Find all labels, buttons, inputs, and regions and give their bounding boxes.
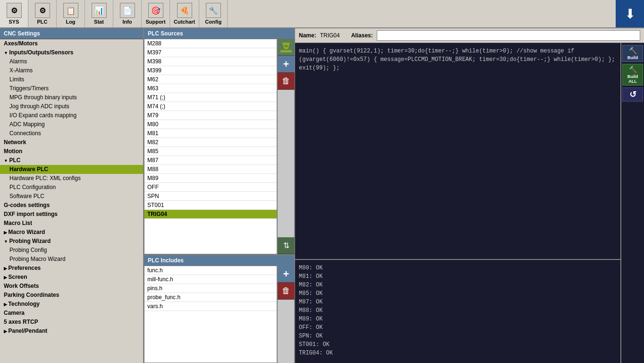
sidebar-item-triggers-timers[interactable]: Triggers/Timers bbox=[0, 84, 143, 93]
cutchart-icon: 🍕 bbox=[177, 3, 192, 18]
config-icon: 🔧 bbox=[206, 3, 221, 18]
sidebar-item-work-offsets[interactable]: Work Offsets bbox=[0, 282, 143, 291]
sidebar-item-adc-mapping[interactable]: ADC Mapping bbox=[0, 120, 143, 129]
plc-source-item[interactable]: M399 bbox=[144, 66, 277, 75]
sidebar-item-software-plc[interactable]: Software PLC bbox=[0, 192, 143, 201]
sidebar-item-inputs-outputs[interactable]: Inputs/Outputs/Sensors bbox=[0, 48, 143, 57]
sidebar-item-axes-motors[interactable]: Axes/Motors bbox=[0, 39, 143, 48]
sidebar-item-parking[interactable]: Parking Coordinates bbox=[0, 291, 143, 300]
info-icon: 📄 bbox=[120, 3, 135, 18]
center-panel: PLC Sources M288M397M398M399M62M63M71 (;… bbox=[144, 28, 295, 363]
plc-source-item[interactable]: M62 bbox=[144, 75, 277, 84]
plc-include-item[interactable]: pins.h bbox=[144, 284, 277, 293]
reload-button[interactable]: ↺ bbox=[622, 87, 643, 102]
plc-includes-list[interactable]: func.hmill-func.hpins.hprobe_func.hvars.… bbox=[144, 266, 277, 363]
sidebar-item-probing-macro[interactable]: Probing Macro Wizard bbox=[0, 255, 143, 264]
sidebar-item-plc-config[interactable]: PLC Configuration bbox=[0, 183, 143, 192]
trash-icon: 🗑 bbox=[282, 76, 290, 86]
log-button[interactable]: 📋 Log bbox=[57, 0, 85, 27]
aliases-input[interactable] bbox=[377, 30, 640, 41]
plc-includes-header: PLC Includes bbox=[144, 255, 294, 266]
plc-source-item[interactable]: M88 bbox=[144, 165, 277, 174]
sidebar-item-motion[interactable]: Motion bbox=[0, 147, 143, 156]
main-content: CNC Settings Axes/Motors Inputs/Outputs/… bbox=[0, 28, 644, 363]
plc-source-item[interactable]: M63 bbox=[144, 84, 277, 93]
output-area: M80: OKM81: OKM82: OKM85: OKM87: OKM88: … bbox=[295, 259, 620, 363]
sidebar-item-macro-list[interactable]: Macro List bbox=[0, 219, 143, 228]
build-single-button[interactable]: 🔨 Build bbox=[622, 45, 643, 62]
plc-source-item[interactable]: M81 bbox=[144, 129, 277, 138]
build-icon bbox=[280, 41, 293, 54]
plc-includes-delete-button[interactable]: 🗑 bbox=[278, 283, 295, 300]
plc-icon: ⚙ bbox=[35, 3, 50, 18]
plc-add-button[interactable]: + bbox=[278, 56, 295, 73]
sidebar-item-mpg[interactable]: MPG through binary inputs bbox=[0, 93, 143, 102]
sidebar-item-x-alarms[interactable]: X-Alarms bbox=[0, 66, 143, 75]
sidebar-item-limits[interactable]: Limits bbox=[0, 75, 143, 84]
plc-special-button[interactable]: ⇅ bbox=[278, 237, 295, 254]
plc-source-item[interactable]: M82 bbox=[144, 138, 277, 147]
plc-includes-buttons: + 🗑 bbox=[277, 266, 294, 363]
plc-source-item[interactable]: ST001 bbox=[144, 201, 277, 210]
sidebar-header: CNC Settings bbox=[0, 28, 143, 39]
sys-button[interactable]: ⚙ SYS bbox=[0, 0, 28, 27]
download-button[interactable]: ⬇ bbox=[616, 0, 644, 27]
plc-include-item[interactable]: func.h bbox=[144, 266, 277, 275]
sidebar-item-technology[interactable]: Technology bbox=[0, 300, 143, 309]
sidebar-item-5axes[interactable]: 5 axes RTCP bbox=[0, 318, 143, 327]
support-button[interactable]: 🎯 Support bbox=[142, 0, 170, 27]
plc-source-item[interactable]: M74 (;) bbox=[144, 102, 277, 111]
code-editor[interactable]: main() { gvarset(9122,1); timer=30;do{ti… bbox=[295, 43, 620, 259]
sidebar-item-screen[interactable]: Screen bbox=[0, 273, 143, 282]
cutchart-button[interactable]: 🍕 Cutchart bbox=[170, 0, 199, 27]
plc-source-item[interactable]: M79 bbox=[144, 111, 277, 120]
sidebar-item-network[interactable]: Network bbox=[0, 138, 143, 147]
sidebar-item-io-expand[interactable]: I/O Expand cards mapping bbox=[0, 111, 143, 120]
stat-button[interactable]: 📊 Stat bbox=[85, 0, 113, 27]
sys-icon: ⚙ bbox=[7, 3, 22, 18]
plc-source-item[interactable]: M87 bbox=[144, 156, 277, 165]
plc-source-item[interactable]: SPN bbox=[144, 192, 277, 201]
sidebar-item-hardware-plc[interactable]: Hardware PLC bbox=[0, 165, 143, 174]
build-all-button[interactable]: 🔨 Build ALL bbox=[622, 64, 643, 86]
plc-include-item[interactable]: vars.h bbox=[144, 302, 277, 311]
sidebar-item-camera[interactable]: Camera bbox=[0, 309, 143, 318]
stat-icon: 📊 bbox=[92, 3, 107, 18]
plc-source-item[interactable]: OFF bbox=[144, 183, 277, 192]
sidebar-item-dxf[interactable]: DXF import settings bbox=[0, 210, 143, 219]
plc-build-button[interactable] bbox=[278, 39, 295, 56]
plc-source-item[interactable]: M397 bbox=[144, 48, 277, 57]
sidebar-item-plc[interactable]: PLC bbox=[0, 156, 143, 165]
sidebar-item-jog-adc[interactable]: Jog through ADC inputs bbox=[0, 102, 143, 111]
sidebar-item-panel[interactable]: Panel/Pendant bbox=[0, 327, 143, 336]
plc-delete-button[interactable]: 🗑 bbox=[278, 73, 295, 90]
support-icon: 🎯 bbox=[148, 3, 163, 18]
plc-source-item[interactable]: M89 bbox=[144, 174, 277, 183]
plc-source-item[interactable]: M398 bbox=[144, 57, 277, 66]
plc-source-item[interactable]: M288 bbox=[144, 39, 277, 48]
sidebar-item-probing-wizard[interactable]: Probing Wizard bbox=[0, 237, 143, 246]
sidebar-item-preferences[interactable]: Preferences bbox=[0, 264, 143, 273]
plc-includes-section: PLC Includes func.hmill-func.hpins.hprob… bbox=[144, 254, 294, 363]
build-panel: 🔨 Build 🔨 Build ALL ↺ bbox=[620, 43, 644, 363]
plc-source-item[interactable]: TRIG04 bbox=[144, 210, 277, 219]
sidebar-item-connections[interactable]: Connections bbox=[0, 129, 143, 138]
sidebar-item-gcodes[interactable]: G-codes settings bbox=[0, 201, 143, 210]
info-button[interactable]: 📄 Info bbox=[113, 0, 142, 27]
plc-sources-list[interactable]: M288M397M398M399M62M63M71 (;)M74 (;)M79M… bbox=[144, 39, 277, 254]
plc-source-item[interactable]: M80 bbox=[144, 120, 277, 129]
sidebar-item-macro-wizard[interactable]: Macro Wizard bbox=[0, 228, 143, 237]
plc-includes-add-button[interactable]: + bbox=[278, 266, 295, 283]
sidebar-item-probing-config[interactable]: Probing Config bbox=[0, 246, 143, 255]
config-button[interactable]: 🔧 Config bbox=[199, 0, 228, 27]
plc-button[interactable]: ⚙ PLC bbox=[28, 0, 57, 27]
plc-source-item[interactable]: M85 bbox=[144, 147, 277, 156]
plc-include-item[interactable]: probe_func.h bbox=[144, 293, 277, 302]
sidebar-item-hardware-plc-xml[interactable]: Hardware PLC: XML configs bbox=[0, 174, 143, 183]
name-label: Name: bbox=[299, 32, 316, 39]
swap-icon: ⇅ bbox=[283, 241, 289, 250]
plc-include-item[interactable]: mill-func.h bbox=[144, 275, 277, 284]
sidebar-item-alarms[interactable]: Alarms bbox=[0, 57, 143, 66]
plc-source-item[interactable]: M71 (;) bbox=[144, 93, 277, 102]
trash-icon: 🗑 bbox=[282, 286, 290, 296]
